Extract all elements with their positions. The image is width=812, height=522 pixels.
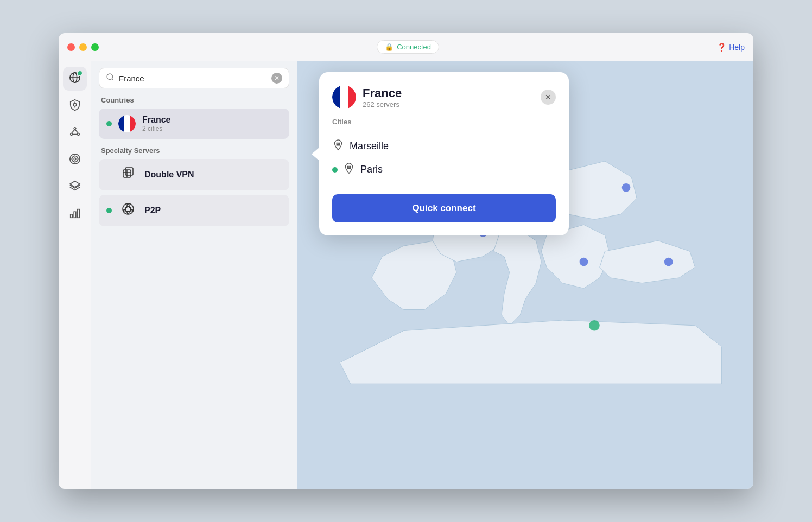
popup-country-info: France 262 servers	[363, 86, 534, 109]
paris-city-icon	[343, 162, 355, 177]
help-label: Help	[729, 43, 745, 52]
sidebar-item-shield[interactable]	[63, 94, 87, 118]
popup-server-count: 262 servers	[363, 100, 534, 109]
marseille-item[interactable]: Marseille	[332, 135, 556, 158]
connection-text: Connected	[397, 43, 431, 51]
svg-rect-22	[77, 209, 79, 218]
close-button[interactable]	[67, 43, 75, 51]
traffic-lights	[67, 43, 99, 51]
fullscreen-button[interactable]	[91, 43, 99, 51]
shield-icon	[69, 99, 81, 113]
svg-point-7	[70, 133, 72, 135]
svg-line-10	[75, 129, 78, 133]
popup-country-name: France	[363, 86, 534, 100]
layers-icon	[69, 180, 81, 195]
mesh-icon	[69, 126, 81, 141]
double-vpn-name: Double VPN	[144, 170, 282, 180]
double-vpn-text: Double VPN	[144, 170, 282, 180]
icon-sidebar	[59, 61, 91, 489]
main-content: ✕ Countries	[59, 61, 753, 489]
p2p-item[interactable]: P2P	[99, 195, 289, 226]
marseille-name: Marseille	[350, 141, 389, 152]
globe-icon	[69, 72, 81, 86]
svg-line-39	[128, 211, 131, 212]
help-icon: ❓	[717, 43, 726, 52]
paris-dot	[332, 167, 338, 173]
p2p-dot	[106, 208, 112, 213]
map-dot-poland	[622, 183, 631, 192]
map-dot-turkey	[664, 258, 673, 266]
countries-section: Countries France 2	[99, 96, 289, 139]
svg-line-24	[112, 79, 113, 80]
stats-icon	[69, 207, 81, 222]
target-icon	[69, 153, 81, 168]
svg-point-23	[107, 74, 113, 80]
map-area: France 262 servers ✕ Cities	[297, 61, 753, 489]
search-panel: ✕ Countries	[91, 61, 297, 489]
popup-flag	[332, 85, 356, 109]
france-flag	[118, 115, 136, 132]
france-name: France	[142, 115, 282, 125]
svg-point-29	[123, 203, 134, 214]
search-clear-button[interactable]: ✕	[271, 73, 282, 84]
paris-item[interactable]: Paris	[332, 158, 556, 181]
p2p-text: P2P	[144, 206, 282, 215]
double-vpn-icon	[118, 165, 138, 184]
popup-header: France 262 servers ✕	[332, 85, 556, 109]
svg-point-33	[123, 210, 125, 212]
app-window: 🔒 Connected ❓ Help	[59, 33, 753, 489]
popup-cities-label: Cities	[332, 118, 556, 126]
svg-rect-20	[70, 214, 72, 217]
svg-point-3	[73, 103, 77, 106]
paris-name: Paris	[360, 164, 383, 175]
search-icon	[106, 73, 115, 84]
specialty-section: Specialty Servers	[99, 147, 289, 226]
p2p-icon	[118, 201, 138, 220]
sidebar-item-vpn[interactable]	[63, 175, 87, 199]
popup-tail	[312, 148, 319, 161]
svg-rect-26	[125, 168, 133, 175]
help-button[interactable]: ❓ Help	[717, 43, 745, 52]
france-cities: 2 cities	[142, 125, 282, 132]
quick-connect-button[interactable]: Quick connect	[332, 194, 556, 222]
marseille-city-icon	[332, 139, 344, 154]
sidebar-item-meshnet[interactable]	[63, 121, 87, 145]
france-text: France 2 cities	[142, 115, 282, 132]
svg-point-34	[131, 210, 133, 212]
svg-point-8	[77, 133, 79, 135]
svg-point-32	[127, 212, 129, 214]
svg-line-9	[71, 129, 74, 133]
p2p-name: P2P	[144, 206, 282, 215]
title-bar: 🔒 Connected ❓ Help	[59, 33, 753, 61]
countries-label: Countries	[99, 96, 289, 104]
cities-list: Marseille Paris	[332, 135, 556, 181]
svg-point-6	[74, 127, 76, 129]
france-list-item[interactable]: France 2 cities	[99, 109, 289, 139]
map-dot-balkans	[580, 258, 588, 266]
title-bar-center: 🔒 Connected	[99, 40, 717, 54]
sidebar-item-stats[interactable]	[63, 202, 87, 226]
country-popup: France 262 servers ✕ Cities	[319, 72, 569, 235]
search-input[interactable]	[119, 74, 267, 83]
sidebar-item-map[interactable]	[63, 67, 87, 91]
title-bar-right: ❓ Help	[717, 43, 745, 52]
svg-line-38	[125, 211, 128, 212]
connected-dot	[106, 121, 112, 126]
double-vpn-item[interactable]: Double VPN	[99, 159, 289, 190]
svg-point-13	[72, 156, 78, 162]
empty-dot	[106, 172, 112, 177]
svg-rect-21	[74, 212, 76, 218]
svg-point-31	[127, 204, 129, 206]
connection-badge: 🔒 Connected	[377, 40, 439, 54]
popup-close-button[interactable]: ✕	[541, 90, 556, 105]
lock-icon: 🔒	[385, 43, 394, 51]
minimize-button[interactable]	[79, 43, 87, 51]
search-bar: ✕	[99, 68, 289, 88]
sidebar-item-threat[interactable]	[63, 148, 87, 172]
map-dot-connected	[589, 320, 600, 331]
specialty-label: Specialty Servers	[99, 147, 289, 155]
svg-point-14	[74, 158, 76, 160]
